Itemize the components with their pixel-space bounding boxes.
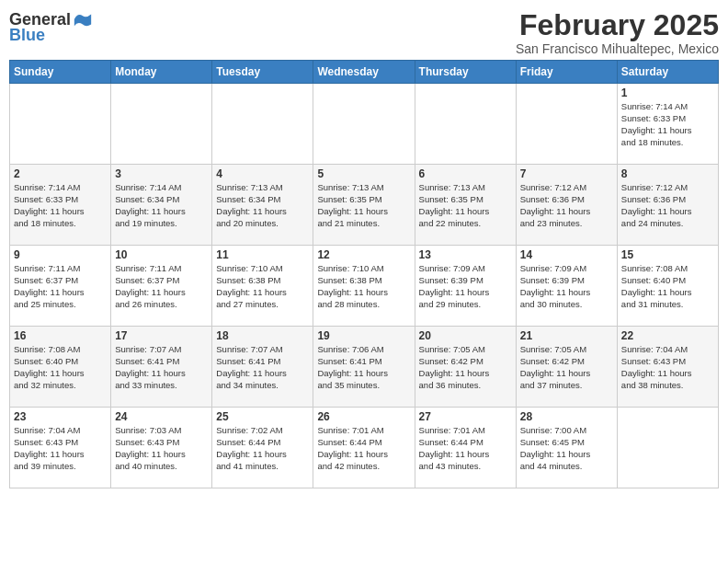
day-info: Sunrise: 7:13 AM Sunset: 6:34 PM Dayligh… (216, 182, 309, 229)
weekday-header-friday: Friday (516, 61, 617, 84)
day-number: 5 (317, 167, 410, 180)
day-number: 19 (317, 329, 410, 342)
day-number: 22 (621, 329, 714, 342)
calendar-cell: 5Sunrise: 7:13 AM Sunset: 6:35 PM Daylig… (313, 165, 415, 246)
day-info: Sunrise: 7:11 AM Sunset: 6:37 PM Dayligh… (115, 263, 208, 310)
calendar-cell: 24Sunrise: 7:03 AM Sunset: 6:43 PM Dayli… (111, 408, 212, 488)
day-info: Sunrise: 7:03 AM Sunset: 6:43 PM Dayligh… (115, 425, 208, 472)
day-info: Sunrise: 7:10 AM Sunset: 6:38 PM Dayligh… (317, 263, 410, 310)
day-number: 11 (216, 248, 309, 261)
calendar-cell: 1Sunrise: 7:14 AM Sunset: 6:33 PM Daylig… (617, 84, 718, 165)
day-info: Sunrise: 7:11 AM Sunset: 6:37 PM Dayligh… (14, 263, 107, 310)
day-info: Sunrise: 7:14 AM Sunset: 6:33 PM Dayligh… (14, 182, 107, 229)
calendar-cell (10, 84, 111, 165)
calendar-cell: 3Sunrise: 7:14 AM Sunset: 6:34 PM Daylig… (111, 165, 212, 246)
weekday-header-wednesday: Wednesday (313, 61, 415, 84)
day-number: 8 (621, 167, 714, 180)
day-number: 24 (115, 410, 208, 423)
calendar-week-5: 23Sunrise: 7:04 AM Sunset: 6:43 PM Dayli… (10, 408, 719, 488)
calendar-cell: 8Sunrise: 7:12 AM Sunset: 6:36 PM Daylig… (617, 165, 718, 246)
day-number: 23 (14, 410, 107, 423)
calendar-cell: 2Sunrise: 7:14 AM Sunset: 6:33 PM Daylig… (10, 165, 111, 246)
day-info: Sunrise: 7:07 AM Sunset: 6:41 PM Dayligh… (216, 344, 309, 391)
day-number: 4 (216, 167, 309, 180)
calendar-cell: 13Sunrise: 7:09 AM Sunset: 6:39 PM Dayli… (415, 246, 516, 327)
calendar-cell (617, 408, 718, 488)
day-info: Sunrise: 7:07 AM Sunset: 6:41 PM Dayligh… (115, 344, 208, 391)
calendar-table: SundayMondayTuesdayWednesdayThursdayFrid… (9, 60, 719, 488)
calendar-cell: 14Sunrise: 7:09 AM Sunset: 6:39 PM Dayli… (516, 246, 617, 327)
calendar-cell: 26Sunrise: 7:01 AM Sunset: 6:44 PM Dayli… (313, 408, 415, 488)
day-number: 15 (621, 248, 714, 261)
page-header: General Blue February 2025 San Francisco… (9, 9, 719, 56)
day-info: Sunrise: 7:09 AM Sunset: 6:39 PM Dayligh… (520, 263, 613, 310)
day-number: 26 (317, 410, 410, 423)
day-info: Sunrise: 7:13 AM Sunset: 6:35 PM Dayligh… (419, 182, 512, 229)
month-title: February 2025 (516, 9, 719, 41)
title-block: February 2025 San Francisco Mihualtepec,… (516, 9, 719, 56)
calendar-cell: 17Sunrise: 7:07 AM Sunset: 6:41 PM Dayli… (111, 327, 212, 408)
calendar-week-3: 9Sunrise: 7:11 AM Sunset: 6:37 PM Daylig… (10, 246, 719, 327)
weekday-header-tuesday: Tuesday (212, 61, 313, 84)
day-number: 13 (419, 248, 512, 261)
calendar-cell: 22Sunrise: 7:04 AM Sunset: 6:43 PM Dayli… (617, 327, 718, 408)
day-number: 10 (115, 248, 208, 261)
calendar-cell (212, 84, 313, 165)
calendar-cell (111, 84, 212, 165)
day-number: 9 (14, 248, 107, 261)
day-info: Sunrise: 7:10 AM Sunset: 6:38 PM Dayligh… (216, 263, 309, 310)
calendar-cell: 20Sunrise: 7:05 AM Sunset: 6:42 PM Dayli… (415, 327, 516, 408)
calendar-week-2: 2Sunrise: 7:14 AM Sunset: 6:33 PM Daylig… (10, 165, 719, 246)
day-number: 21 (520, 329, 613, 342)
calendar-cell: 10Sunrise: 7:11 AM Sunset: 6:37 PM Dayli… (111, 246, 212, 327)
weekday-header-monday: Monday (111, 61, 212, 84)
calendar-cell (415, 84, 516, 165)
calendar-cell (313, 84, 415, 165)
weekday-header-thursday: Thursday (415, 61, 516, 84)
calendar-cell: 21Sunrise: 7:05 AM Sunset: 6:42 PM Dayli… (516, 327, 617, 408)
day-number: 17 (115, 329, 208, 342)
day-number: 6 (419, 167, 512, 180)
day-info: Sunrise: 7:05 AM Sunset: 6:42 PM Dayligh… (419, 344, 512, 391)
calendar-cell: 16Sunrise: 7:08 AM Sunset: 6:40 PM Dayli… (10, 327, 111, 408)
calendar-week-4: 16Sunrise: 7:08 AM Sunset: 6:40 PM Dayli… (10, 327, 719, 408)
calendar-cell: 25Sunrise: 7:02 AM Sunset: 6:44 PM Dayli… (212, 408, 313, 488)
day-info: Sunrise: 7:09 AM Sunset: 6:39 PM Dayligh… (419, 263, 512, 310)
calendar-cell: 19Sunrise: 7:06 AM Sunset: 6:41 PM Dayli… (313, 327, 415, 408)
logo: General Blue (9, 9, 93, 45)
calendar-cell (516, 84, 617, 165)
day-info: Sunrise: 7:12 AM Sunset: 6:36 PM Dayligh… (520, 182, 613, 229)
day-number: 18 (216, 329, 309, 342)
day-number: 16 (14, 329, 107, 342)
day-info: Sunrise: 7:00 AM Sunset: 6:45 PM Dayligh… (520, 425, 613, 472)
day-number: 27 (419, 410, 512, 423)
calendar-cell: 6Sunrise: 7:13 AM Sunset: 6:35 PM Daylig… (415, 165, 516, 246)
day-info: Sunrise: 7:01 AM Sunset: 6:44 PM Dayligh… (317, 425, 410, 472)
day-info: Sunrise: 7:04 AM Sunset: 6:43 PM Dayligh… (14, 425, 107, 472)
weekday-header-sunday: Sunday (10, 61, 111, 84)
day-number: 12 (317, 248, 410, 261)
calendar-cell: 9Sunrise: 7:11 AM Sunset: 6:37 PM Daylig… (10, 246, 111, 327)
calendar-week-1: 1Sunrise: 7:14 AM Sunset: 6:33 PM Daylig… (10, 84, 719, 165)
calendar-cell: 7Sunrise: 7:12 AM Sunset: 6:36 PM Daylig… (516, 165, 617, 246)
day-number: 7 (520, 167, 613, 180)
calendar-cell: 12Sunrise: 7:10 AM Sunset: 6:38 PM Dayli… (313, 246, 415, 327)
calendar-cell: 11Sunrise: 7:10 AM Sunset: 6:38 PM Dayli… (212, 246, 313, 327)
day-number: 28 (520, 410, 613, 423)
calendar-cell: 28Sunrise: 7:00 AM Sunset: 6:45 PM Dayli… (516, 408, 617, 488)
calendar-cell: 15Sunrise: 7:08 AM Sunset: 6:40 PM Dayli… (617, 246, 718, 327)
day-info: Sunrise: 7:14 AM Sunset: 6:34 PM Dayligh… (115, 182, 208, 229)
day-info: Sunrise: 7:05 AM Sunset: 6:42 PM Dayligh… (520, 344, 613, 391)
weekday-header-saturday: Saturday (617, 61, 718, 84)
day-info: Sunrise: 7:01 AM Sunset: 6:44 PM Dayligh… (419, 425, 512, 472)
calendar-header-row: SundayMondayTuesdayWednesdayThursdayFrid… (10, 61, 719, 84)
day-info: Sunrise: 7:08 AM Sunset: 6:40 PM Dayligh… (621, 263, 714, 310)
day-number: 1 (621, 86, 714, 99)
calendar-cell: 23Sunrise: 7:04 AM Sunset: 6:43 PM Dayli… (10, 408, 111, 488)
calendar-cell: 4Sunrise: 7:13 AM Sunset: 6:34 PM Daylig… (212, 165, 313, 246)
day-info: Sunrise: 7:12 AM Sunset: 6:36 PM Dayligh… (621, 182, 714, 229)
day-info: Sunrise: 7:14 AM Sunset: 6:33 PM Dayligh… (621, 101, 714, 148)
logo-icon (73, 9, 93, 29)
day-number: 20 (419, 329, 512, 342)
day-number: 25 (216, 410, 309, 423)
